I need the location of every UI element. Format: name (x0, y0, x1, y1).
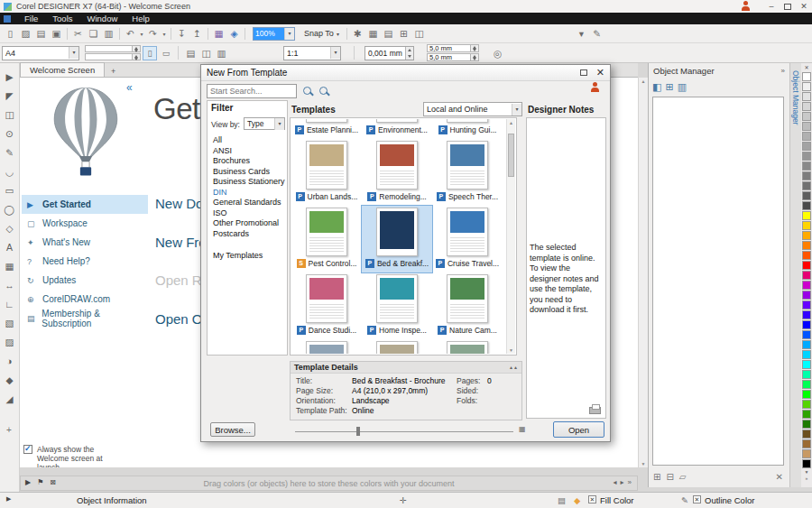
layer-manager-view-icon[interactable]: ▥ (678, 81, 687, 93)
edit-across-layers-icon[interactable]: ⊞ (665, 81, 673, 93)
menu-item[interactable]: Tools (45, 14, 79, 23)
undo-dropdown-icon[interactable]: ▾ (138, 26, 145, 41)
filter-category[interactable]: General Standards (209, 198, 285, 208)
duplicate-y-field[interactable]: 5,0 mm (427, 53, 479, 61)
welcome-sidebar-item[interactable]: ↻ Updates (22, 271, 148, 290)
dimension-tool[interactable]: ↔ (2, 275, 18, 294)
drawing-scale-combo[interactable]: 1:1 ▾ (283, 46, 341, 60)
new-master-layer-icon[interactable]: ⊟ (666, 472, 673, 482)
spinner[interactable] (470, 45, 478, 51)
color-swatch[interactable] (802, 181, 811, 190)
template-item[interactable] (291, 339, 362, 354)
template-search-input[interactable] (207, 84, 297, 98)
color-swatch[interactable] (802, 390, 811, 399)
view-by-combo[interactable]: Type ▾ (244, 117, 285, 130)
color-swatch[interactable] (802, 459, 811, 468)
maximize-button[interactable] (780, 1, 796, 12)
pick-tool[interactable]: ▶ (2, 67, 18, 86)
always-show-checkbox[interactable] (23, 445, 32, 454)
template-source-combo[interactable]: Local and Online ▾ (423, 102, 522, 116)
color-swatch[interactable] (802, 231, 811, 240)
connector-tool[interactable]: ∟ (2, 294, 18, 313)
new-object-icon[interactable]: ▱ (679, 472, 687, 482)
scroll-right-icon[interactable]: ▸ (621, 478, 624, 486)
import-icon[interactable]: ↧ (174, 26, 189, 41)
docker-tab-object-manager[interactable]: Object Manager (791, 70, 800, 125)
color-swatch[interactable] (802, 330, 811, 339)
color-swatch[interactable] (802, 380, 811, 389)
filter-category[interactable]: ISO (209, 208, 285, 219)
close-button[interactable]: ✕ (796, 1, 812, 12)
collapse-details-icon[interactable]: ▲▲ (509, 365, 518, 370)
color-swatch[interactable] (802, 132, 811, 141)
color-swatch[interactable] (802, 291, 811, 300)
palette-more-icon[interactable]: » (628, 478, 632, 486)
template-item[interactable]: P Estate Planni... (291, 119, 362, 139)
color-swatch[interactable] (802, 162, 811, 171)
guidelines-icon[interactable]: ▤ (381, 26, 396, 41)
application-launcher-icon[interactable]: ▦ (211, 26, 226, 41)
page-width-field[interactable] (85, 45, 141, 52)
template-item[interactable]: S Pest Control... (291, 206, 362, 272)
filter-category[interactable]: Other Promotional (209, 218, 285, 229)
my-templates-item[interactable]: My Templates (213, 251, 263, 260)
shape-tool[interactable]: ◤ (2, 86, 18, 105)
redo-icon[interactable]: ↷ (145, 26, 161, 41)
customize-icon[interactable]: ✎ (589, 26, 604, 41)
color-swatch[interactable] (802, 211, 811, 220)
color-swatch[interactable] (802, 191, 811, 200)
page-info-icon[interactable]: ▤ (558, 495, 566, 505)
toolbar-overflow-icon[interactable]: ▾ (574, 26, 589, 41)
color-swatch[interactable] (802, 102, 811, 111)
template-item[interactable]: P Bed & Breakf... (362, 206, 432, 272)
color-swatch[interactable] (802, 251, 811, 260)
dialog-maximize-icon[interactable] (580, 69, 587, 76)
color-swatch[interactable] (802, 201, 811, 210)
collapse-sidebar-icon[interactable]: « (126, 81, 133, 94)
color-swatch[interactable] (802, 142, 811, 151)
color-swatch[interactable] (802, 300, 811, 309)
color-swatch[interactable] (802, 340, 811, 349)
spinner[interactable] (132, 54, 140, 60)
filter-category[interactable]: Business Cards (209, 167, 285, 178)
portrait-button[interactable]: ▯ (143, 46, 157, 60)
tab-welcome-screen[interactable]: Welcome Screen (20, 62, 105, 77)
zoom-tool[interactable]: ⊙ (2, 124, 18, 143)
page-height-field[interactable] (85, 53, 141, 60)
new-layer-icon[interactable]: ⊞ (653, 472, 660, 482)
color-swatch[interactable] (802, 122, 811, 131)
color-swatch[interactable] (802, 410, 811, 419)
document-vertical-scrollbar[interactable]: ▲ ▼ (638, 78, 648, 467)
menu-item[interactable]: File (17, 14, 45, 23)
filter-category[interactable]: DIN (209, 188, 285, 199)
thumbnail-size-slider[interactable] (295, 427, 513, 436)
filter-category[interactable]: All (209, 135, 285, 146)
spinner[interactable] (132, 46, 140, 51)
polygon-tool[interactable]: ◇ (2, 218, 18, 237)
color-swatch[interactable] (802, 271, 811, 280)
search-online-icon[interactable] (318, 86, 330, 97)
scroll-down-icon[interactable]: ▼ (507, 347, 515, 353)
palette-close-icon[interactable]: ✕ (804, 64, 808, 71)
color-swatch[interactable] (802, 400, 811, 409)
rulers-icon[interactable]: ◫ (411, 26, 427, 41)
menu-item[interactable]: Help (125, 14, 157, 23)
eyedropper-tool[interactable]: ◑ (2, 351, 18, 370)
template-item[interactable]: P Nature Cam... (432, 272, 503, 339)
new-from-template-link[interactable]: New Fro (155, 235, 207, 250)
palette-scroll-down-icon[interactable]: ▼ (805, 469, 809, 475)
scroll-left-icon[interactable]: ◂ (614, 478, 617, 486)
template-item[interactable] (432, 339, 503, 354)
color-swatch[interactable] (802, 171, 811, 180)
delete-icon[interactable]: ✕ (776, 472, 783, 482)
save-icon[interactable]: ▤ (33, 26, 49, 41)
template-item[interactable]: P Hunting Gui... (432, 119, 503, 139)
crop-tool[interactable]: ◫ (2, 105, 18, 124)
template-item[interactable] (362, 339, 432, 354)
open-icon[interactable]: ▨ (18, 26, 33, 41)
snap-to-dropdown[interactable]: Snap To ▾ (300, 29, 344, 38)
color-swatch[interactable] (802, 82, 811, 91)
filter-category[interactable]: Postcards (209, 229, 285, 240)
template-item[interactable]: P Speech Ther... (432, 139, 503, 206)
dialog-close-icon[interactable]: ✕ (596, 67, 604, 79)
